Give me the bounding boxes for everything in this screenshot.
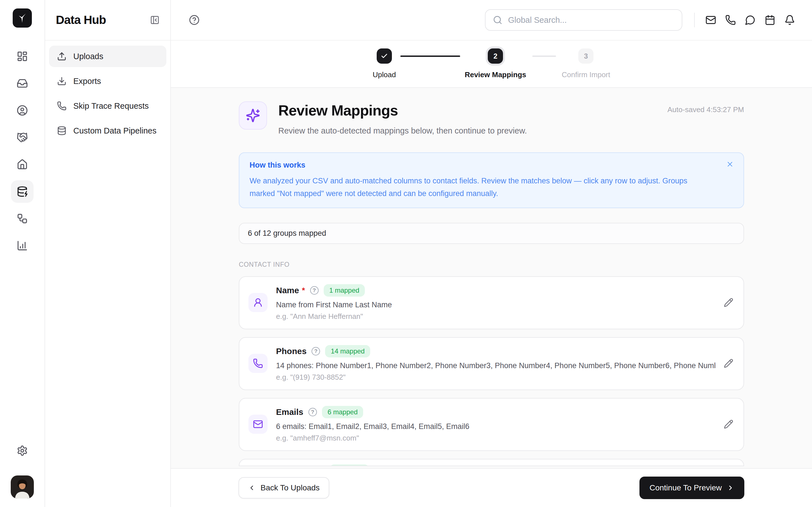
group-description: 6 emails: Email1, Email2, Email3, Email4…	[276, 422, 715, 431]
group-example: e.g. "(919) 730-8852"	[276, 373, 715, 382]
mapping-groups-list: Name * ? 1 mapped Name from First Name L…	[239, 276, 744, 466]
bell-icon	[784, 15, 795, 25]
inbox-icon	[17, 78, 28, 89]
sidebar-header: Data Hub	[45, 0, 170, 41]
notifications-button[interactable]	[784, 15, 795, 25]
topbar	[171, 0, 812, 41]
phone-icon	[725, 15, 736, 25]
sidebar-item-exports[interactable]: Exports	[49, 70, 166, 92]
pencil-icon	[724, 358, 733, 368]
sidebar-item-label: Uploads	[73, 52, 103, 61]
email-button[interactable]	[705, 15, 716, 25]
edit-mapping-button[interactable]	[724, 358, 733, 368]
rail-bottom	[11, 439, 34, 499]
search-input[interactable]	[508, 15, 674, 25]
rail-item-data-hub[interactable]	[11, 180, 34, 203]
mapping-progress-summary: 6 of 12 groups mapped	[239, 223, 744, 244]
stepper-connector-done	[400, 55, 460, 57]
dialer-button[interactable]	[725, 15, 736, 25]
search-icon	[493, 15, 502, 25]
group-card-name[interactable]: Name * ? 1 mapped Name from First Name L…	[239, 276, 744, 329]
mapped-count-badge: 1 mapped	[324, 284, 365, 297]
callout-body: We analyzed your CSV and auto-matched co…	[250, 175, 733, 200]
callout-title: How this works	[250, 161, 733, 170]
sidebar-item-label: Custom Data Pipelines	[73, 126, 156, 135]
help-tooltip-icon[interactable]: ?	[310, 286, 319, 295]
chart-icon	[17, 240, 28, 251]
group-card-phones[interactable]: Phones ? 14 mapped 14 phones: Phone Numb…	[239, 337, 744, 390]
back-to-uploads-button[interactable]: Back To Uploads	[239, 477, 329, 499]
phone-icon	[248, 354, 267, 373]
rail-item-analytics[interactable]	[11, 234, 34, 257]
home-icon	[17, 159, 28, 170]
global-search[interactable]	[485, 9, 682, 31]
group-example: e.g. "amheff7@msn.com"	[276, 434, 715, 443]
sidebar-item-custom-data-pipelines[interactable]: Custom Data Pipelines	[49, 120, 166, 142]
phone-icon	[57, 101, 66, 111]
how-this-works-callout: How this works We analyzed your CSV and …	[239, 152, 744, 208]
help-tooltip-icon[interactable]: ?	[308, 408, 317, 416]
topbar-divider	[694, 13, 695, 27]
help-button[interactable]	[189, 15, 200, 25]
edit-mapping-button[interactable]	[724, 419, 733, 429]
help-circle-icon	[189, 15, 200, 25]
group-title: Emails	[276, 407, 303, 417]
handshake-icon	[17, 132, 28, 143]
brand-logo	[13, 8, 32, 27]
back-button-label: Back To Uploads	[260, 483, 320, 492]
group-title: Name	[276, 286, 299, 295]
continue-button-label: Continue To Preview	[650, 483, 722, 492]
step-number: 2	[488, 48, 503, 64]
group-card-emails[interactable]: Emails ? 6 mapped 6 emails: Email1, Emai…	[239, 398, 744, 451]
messages-button[interactable]	[745, 15, 756, 25]
page-header: Review Mappings Review the auto-detected…	[239, 101, 744, 135]
sidebar-item-label: Exports	[73, 76, 101, 86]
content-scroll-area[interactable]: Review Mappings Review the auto-detected…	[171, 88, 812, 468]
settings-button[interactable]	[11, 439, 34, 462]
sidebar-nav: Uploads Exports Skip Trace Requests Cust…	[45, 41, 170, 147]
required-asterisk: *	[302, 286, 305, 295]
mapped-count-badge	[329, 464, 369, 466]
database-zap-icon	[17, 186, 28, 197]
calendar-button[interactable]	[765, 15, 775, 25]
group-description: Name from First Name Last Name	[276, 300, 715, 309]
sidebar-item-label: Skip Trace Requests	[73, 101, 149, 111]
rail-item-contacts[interactable]	[11, 99, 34, 122]
step-label: Upload	[373, 70, 396, 79]
user-icon	[248, 293, 267, 312]
rail-item-inbox[interactable]	[11, 72, 34, 95]
workflow-icon	[17, 213, 28, 224]
download-icon	[57, 76, 66, 86]
group-card-body: Emails ? 6 mapped 6 emails: Email1, Emai…	[276, 406, 715, 443]
main-area: Upload 2 Review Mappings 3 Confirm Impor…	[171, 0, 812, 507]
autosave-status: Auto-saved 4:53:27 PM	[667, 105, 744, 114]
rail-item-properties[interactable]	[11, 153, 34, 176]
callout-close-button[interactable]	[726, 160, 734, 168]
group-card-body: Phones ? 14 mapped 14 phones: Phone Numb…	[276, 345, 715, 382]
calendar-icon	[765, 15, 775, 25]
user-avatar[interactable]	[11, 475, 34, 499]
group-title: Phones	[276, 346, 306, 356]
step-upload-indicator	[377, 48, 392, 64]
help-tooltip-icon[interactable]: ?	[312, 347, 320, 355]
mail-icon	[248, 414, 267, 434]
edit-mapping-button[interactable]	[724, 298, 733, 307]
upload-icon	[57, 52, 66, 61]
rail-item-deals[interactable]	[11, 126, 34, 149]
group-card-body: Name * ? 1 mapped Name from First Name L…	[276, 284, 715, 321]
collapse-sidebar-button[interactable]	[150, 15, 160, 25]
sidebar-item-skip-trace-requests[interactable]: Skip Trace Requests	[49, 95, 166, 117]
rail-item-dashboard[interactable]	[11, 45, 34, 68]
secondary-sidebar: Data Hub Uploads Exports Skip Trace Requ…	[45, 0, 171, 507]
step-confirm-import[interactable]: 3 Confirm Import	[562, 48, 610, 79]
sidebar-item-uploads[interactable]: Uploads	[49, 46, 166, 67]
wizard-footer: Back To Uploads Continue To Preview	[171, 468, 812, 507]
continue-to-preview-button[interactable]: Continue To Preview	[640, 476, 744, 499]
rail-item-workflows[interactable]	[11, 207, 34, 230]
dashboard-icon	[17, 51, 28, 62]
step-review-mappings[interactable]: 2 Review Mappings	[465, 48, 526, 79]
step-upload[interactable]: Upload	[373, 48, 396, 79]
page-subtitle: Review the auto-detected mappings below,…	[278, 126, 527, 135]
step-label: Review Mappings	[465, 70, 526, 79]
import-stepper: Upload 2 Review Mappings 3 Confirm Impor…	[171, 41, 812, 88]
